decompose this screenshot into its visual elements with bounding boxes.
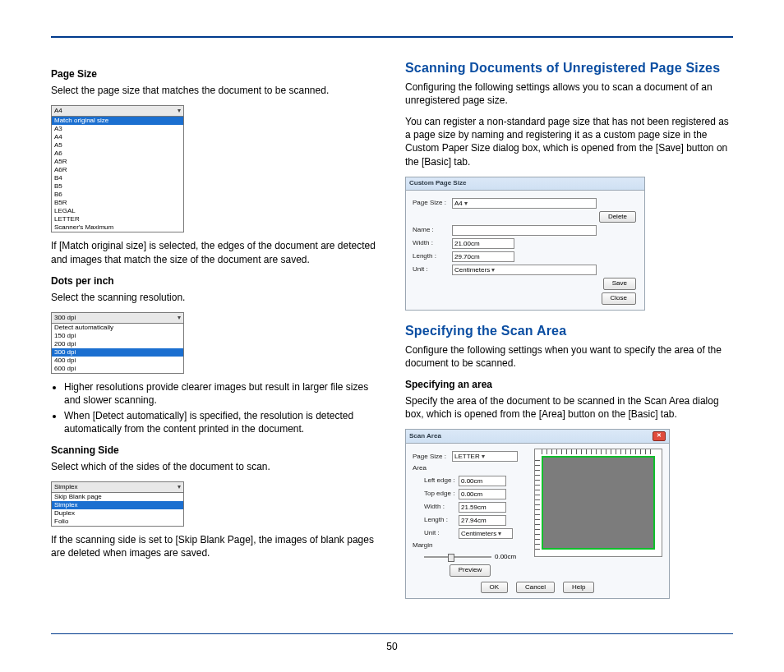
page-size-opt[interactable]: B4 xyxy=(52,174,183,182)
dialog-title: Custom Page Size xyxy=(409,179,466,188)
side-opt[interactable]: Simplex xyxy=(52,501,183,509)
dpi-lead: Select the scanning resolution. xyxy=(51,291,379,304)
unit-select[interactable]: Centimeters ▾ xyxy=(459,528,513,539)
length-label: Length : xyxy=(424,516,459,525)
page-size-heading: Page Size xyxy=(51,67,379,81)
dpi-opt[interactable]: 150 dpi xyxy=(52,332,183,340)
pagesize-select[interactable]: LETTER ▾ xyxy=(452,451,518,462)
help-button[interactable]: Help xyxy=(563,582,594,594)
page-size-opt[interactable]: Match original size xyxy=(52,117,183,125)
page-size-selected: A4 xyxy=(54,107,62,115)
save-button[interactable]: Save xyxy=(603,278,636,290)
chevron-down-icon: ▾ xyxy=(178,107,181,115)
preview-pane xyxy=(534,449,662,557)
top-label: Top edge : xyxy=(424,490,459,499)
right-column: Scanning Documents of Unregistered Page … xyxy=(405,59,733,610)
dialog-title: Scan Area xyxy=(409,432,441,441)
page-size-opt[interactable]: A6 xyxy=(52,150,183,158)
unit-select[interactable]: Centimeters ▾ xyxy=(452,265,597,275)
chevron-down-icon: ▾ xyxy=(178,483,181,491)
dpi-opt[interactable]: Detect automatically xyxy=(52,324,183,332)
page-size-opt[interactable]: LETTER xyxy=(52,215,183,223)
area-heading: Specifying the Scan Area xyxy=(405,322,733,340)
chevron-down-icon: ▾ xyxy=(178,314,181,322)
dpi-opt[interactable]: 300 dpi xyxy=(52,348,183,357)
length-field[interactable]: 27.94cm xyxy=(459,515,506,526)
page-size-opt[interactable]: A6R xyxy=(52,166,183,174)
chevron-down-icon: ▾ xyxy=(464,199,468,208)
page-size-opt[interactable]: A3 xyxy=(52,125,183,133)
page-size-opt[interactable]: A5R xyxy=(52,158,183,166)
unreg-p2: You can register a non-standard page siz… xyxy=(405,115,733,168)
ok-button[interactable]: OK xyxy=(481,582,509,594)
unit-label: Unit : xyxy=(413,265,452,274)
side-opt[interactable]: Skip Blank page xyxy=(52,493,183,501)
width-label: Width : xyxy=(424,503,459,512)
page-size-opt[interactable]: B6 xyxy=(52,191,183,199)
page-size-dropdown[interactable]: A4 ▾ Match original size A3 A4 A5 A6 A5R… xyxy=(51,105,184,232)
dpi-opt[interactable]: 200 dpi xyxy=(52,340,183,348)
length-field[interactable]: 29.70cm xyxy=(452,251,514,262)
margin-value[interactable]: 0.00cm xyxy=(495,553,528,562)
unreg-heading: Scanning Documents of Unregistered Page … xyxy=(405,59,733,77)
left-column: Page Size Select the page size that matc… xyxy=(51,59,379,610)
pagesize-label: Page Size : xyxy=(413,199,452,208)
side-selected: Simplex xyxy=(54,483,77,491)
dpi-heading: Dots per inch xyxy=(51,274,379,288)
area-lead: Configure the following settings when yo… xyxy=(405,343,733,370)
side-after: If the scanning side is set to [Skip Bla… xyxy=(51,533,379,559)
dpi-bullets: Higher resolutions provide clearer image… xyxy=(51,380,379,435)
preview-selection[interactable] xyxy=(542,456,655,550)
chevron-down-icon: ▾ xyxy=(482,452,485,461)
scan-area-dialog: Scan Area ✕ Page Size : LETTER ▾ xyxy=(405,429,670,599)
area-subheading: Specifying an area xyxy=(405,378,733,391)
width-field[interactable]: 21.00cm xyxy=(452,238,514,249)
dpi-opt[interactable]: 400 dpi xyxy=(52,357,183,365)
margin-slider[interactable] xyxy=(424,556,491,558)
page-size-opt[interactable]: A5 xyxy=(52,141,183,150)
side-opt[interactable]: Duplex xyxy=(52,509,183,518)
page-number: 50 xyxy=(0,641,784,652)
unit-label: Unit : xyxy=(424,529,459,538)
width-field[interactable]: 21.59cm xyxy=(459,502,506,513)
chevron-down-icon: ▾ xyxy=(498,529,501,538)
page-size-opt[interactable]: A4 xyxy=(52,133,183,141)
ruler-icon xyxy=(535,456,540,550)
left-label: Left edge : xyxy=(424,476,459,486)
dpi-bullet: Higher resolutions provide clearer image… xyxy=(64,380,379,407)
dpi-dropdown[interactable]: 300 dpi ▾ Detect automatically 150 dpi 2… xyxy=(51,312,184,374)
top-rule xyxy=(51,36,733,38)
side-lead: Select which of the sides of the documen… xyxy=(51,460,379,473)
side-opt[interactable]: Folio xyxy=(52,518,183,526)
margin-label: Margin xyxy=(413,541,452,550)
close-button[interactable]: Close xyxy=(602,292,636,305)
slider-thumb-icon[interactable] xyxy=(448,554,454,562)
dpi-bullet: When [Detect automatically] is specified… xyxy=(64,409,379,435)
cancel-button[interactable]: Cancel xyxy=(516,582,555,594)
width-label: Width : xyxy=(413,239,452,248)
left-field[interactable]: 0.00cm xyxy=(459,476,506,486)
name-field[interactable] xyxy=(452,225,597,236)
dpi-selected: 300 dpi xyxy=(54,314,76,322)
length-label: Length : xyxy=(413,252,452,261)
area-p: Specify the area of the document to be s… xyxy=(405,394,733,421)
side-heading: Scanning Side xyxy=(51,444,379,457)
page-size-opt[interactable]: LEGAL xyxy=(52,207,183,215)
close-icon[interactable]: ✕ xyxy=(653,431,666,441)
preview-button[interactable]: Preview xyxy=(450,564,491,577)
page-size-opt[interactable]: Scanner's Maximum xyxy=(52,223,183,232)
side-dropdown[interactable]: Simplex ▾ Skip Blank page Simplex Duplex… xyxy=(51,481,184,527)
pagesize-label: Page Size : xyxy=(413,453,452,462)
chevron-down-icon: ▾ xyxy=(491,265,495,274)
page-size-opt[interactable]: B5 xyxy=(52,182,183,191)
pagesize-select[interactable]: A4 ▾ xyxy=(452,198,597,209)
unreg-p1: Configuring the following settings allow… xyxy=(405,81,733,107)
page-size-opt[interactable]: B5R xyxy=(52,199,183,207)
delete-button[interactable]: Delete xyxy=(599,211,636,223)
top-field[interactable]: 0.00cm xyxy=(459,489,506,499)
ruler-icon xyxy=(542,449,655,454)
page-size-lead: Select the page size that matches the do… xyxy=(51,84,379,97)
dpi-opt[interactable]: 600 dpi xyxy=(52,365,183,373)
page-size-after: If [Match original size] is selected, th… xyxy=(51,239,379,265)
custom-page-size-dialog: Custom Page Size Page Size : A4 ▾ Delete xyxy=(405,177,645,311)
